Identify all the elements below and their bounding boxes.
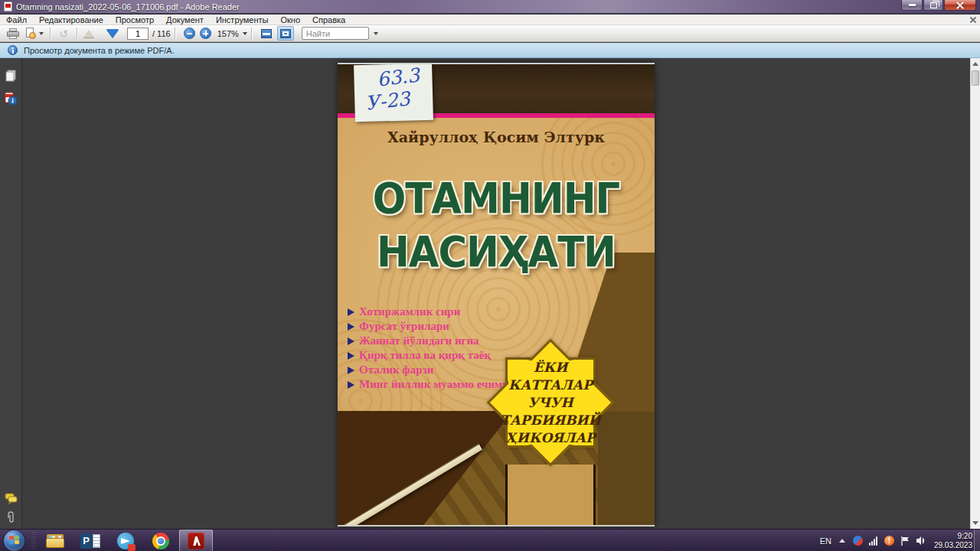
print-button[interactable] bbox=[4, 26, 22, 41]
taskbar-explorer-button[interactable] bbox=[38, 530, 72, 551]
hidden-icons-icon[interactable] bbox=[839, 539, 845, 543]
fit-page-button[interactable] bbox=[277, 26, 294, 41]
fit-width-button[interactable] bbox=[258, 26, 275, 41]
page-count-label: / 116 bbox=[152, 29, 171, 38]
action-center-flag-icon[interactable] bbox=[900, 536, 910, 546]
scroll-up-icon[interactable] bbox=[972, 62, 978, 66]
taskbar-divider bbox=[31, 532, 36, 549]
taskbar: P EN ! bbox=[0, 529, 980, 551]
close-button[interactable] bbox=[944, 0, 976, 11]
badge-line1: ЁКИ bbox=[534, 359, 567, 377]
pdfa-info-bar: Просмотр документа в режиме PDF/A. bbox=[0, 43, 980, 58]
attachments-icon[interactable] bbox=[4, 511, 18, 525]
page-number-input[interactable] bbox=[127, 28, 149, 40]
find-dropdown-icon[interactable] bbox=[374, 32, 378, 35]
window-title: Otamning nasizati_2022-05-06_171006.pdf … bbox=[16, 2, 240, 11]
cover-author: Хайруллоҳ Қосим Элтурк bbox=[338, 129, 655, 145]
toolbar: ↺ / 116 157% Найти bbox=[0, 25, 980, 42]
previous-view-icon: ↺ bbox=[57, 28, 70, 40]
show-desktop-button[interactable] bbox=[974, 530, 980, 551]
network-signal-icon[interactable] bbox=[869, 536, 878, 546]
menu-view[interactable]: Просмотр bbox=[109, 15, 160, 25]
minimize-button[interactable] bbox=[901, 0, 923, 11]
scroll-down-icon[interactable] bbox=[972, 521, 978, 525]
system-tray: EN ! 9:20 29.03.2023 bbox=[820, 530, 972, 551]
triangle-bullet-icon bbox=[348, 308, 354, 316]
scrollbar-thumb[interactable] bbox=[972, 70, 979, 86]
menu-help[interactable]: Справка bbox=[306, 15, 351, 25]
printer-icon bbox=[6, 28, 20, 39]
badge-text: ЁКИ КАТТАЛАР УЧУН ТАРБИЯВИЙ ҲИКОЯЛАР bbox=[485, 332, 616, 473]
page-up-icon bbox=[83, 30, 94, 37]
fit-page-icon bbox=[280, 29, 291, 38]
standards-pdfa-icon[interactable] bbox=[4, 92, 18, 106]
badge-line4: ТАРБИЯВИЙ bbox=[500, 412, 600, 429]
clock-date: 29.03.2023 bbox=[934, 541, 972, 550]
toolbar-separator bbox=[50, 28, 51, 40]
comments-icon[interactable] bbox=[4, 491, 18, 505]
previous-page-button[interactable] bbox=[81, 26, 96, 41]
menu-document[interactable]: Документ bbox=[160, 15, 210, 25]
share-document-button[interactable] bbox=[22, 26, 46, 41]
minimize-icon bbox=[909, 4, 916, 6]
language-indicator[interactable]: EN bbox=[820, 536, 831, 546]
badge-line5: ҲИКОЯЛАР bbox=[505, 429, 596, 447]
find-input[interactable]: Найти bbox=[302, 27, 369, 40]
menubar-close-icon[interactable] bbox=[969, 16, 977, 24]
restore-icon bbox=[930, 2, 937, 8]
list-item: Хотиржамлик сири bbox=[348, 305, 509, 319]
taskbar-adobe-reader-button[interactable] bbox=[179, 530, 213, 551]
telegram-icon bbox=[117, 533, 134, 549]
menu-bar: Файл Редактирование Просмотр Документ Ин… bbox=[0, 15, 980, 25]
pdfa-message: Просмотр документа в режиме PDF/A. bbox=[24, 46, 175, 55]
pdf-app-icon bbox=[4, 2, 12, 11]
zoom-level-value[interactable]: 157% bbox=[217, 29, 239, 38]
close-icon bbox=[956, 2, 964, 9]
badge-line3: УЧУН bbox=[528, 394, 573, 412]
clock[interactable]: 9:20 29.03.2023 bbox=[934, 532, 972, 550]
adobe-reader-icon bbox=[188, 533, 204, 549]
triangle-bullet-icon bbox=[348, 337, 354, 345]
zoom-dropdown-icon[interactable] bbox=[243, 32, 247, 35]
cover-star-badge: ЁКИ КАТТАЛАР УЧУН ТАРБИЯВИЙ ҲИКОЯЛАР bbox=[485, 332, 616, 473]
pages-icon[interactable] bbox=[4, 69, 18, 83]
zoom-in-icon bbox=[205, 31, 207, 36]
zoom-out-button[interactable] bbox=[184, 28, 195, 39]
cover-tan-column bbox=[505, 465, 596, 527]
previous-view-button[interactable]: ↺ bbox=[54, 26, 73, 41]
cover-title: ОТАМНИНГ НАСИҲАТИ bbox=[348, 171, 643, 279]
triangle-bullet-icon bbox=[348, 323, 354, 331]
chevron-down-icon bbox=[39, 32, 44, 35]
document-area: 63.3 У-23 Хайруллоҳ Қосим Элтурк ОТАМНИН… bbox=[0, 58, 980, 529]
menu-tools[interactable]: Инструменты bbox=[210, 15, 275, 25]
share-document-icon bbox=[24, 28, 37, 40]
chrome-icon bbox=[152, 533, 169, 549]
start-button[interactable] bbox=[4, 530, 24, 551]
triangle-bullet-icon bbox=[348, 352, 354, 360]
page-down-icon bbox=[106, 29, 119, 37]
restore-button[interactable] bbox=[923, 0, 943, 11]
clock-time: 9:20 bbox=[934, 532, 972, 541]
call-number-line2: У-23 bbox=[364, 85, 434, 116]
toolbar-separator bbox=[251, 28, 252, 40]
library-call-number-sticker: 63.3 У-23 bbox=[354, 64, 433, 122]
triangle-bullet-icon bbox=[348, 367, 354, 374]
triangle-bullet-icon bbox=[348, 381, 354, 389]
alert-icon[interactable]: ! bbox=[884, 536, 894, 546]
taskbar-chrome-button[interactable] bbox=[144, 530, 178, 551]
taskbar-telegram-button[interactable] bbox=[109, 530, 142, 551]
adobe-reader-window: Otamning nasizati_2022-05-06_171006.pdf … bbox=[0, 0, 980, 551]
menu-window[interactable]: Окно bbox=[274, 15, 306, 25]
info-icon bbox=[8, 45, 18, 55]
title-bar: Otamning nasizati_2022-05-06_171006.pdf … bbox=[0, 0, 980, 14]
menu-edit[interactable]: Редактирование bbox=[33, 15, 109, 25]
toolbar-separator bbox=[175, 28, 175, 40]
menu-file[interactable]: Файл bbox=[0, 15, 33, 25]
volume-icon[interactable] bbox=[916, 536, 926, 546]
next-page-button[interactable] bbox=[96, 26, 121, 41]
tray-app-icon[interactable] bbox=[853, 536, 863, 546]
toolbar-separator bbox=[77, 28, 77, 40]
taskbar-publisher-button[interactable]: P bbox=[74, 530, 107, 551]
zoom-in-button[interactable] bbox=[200, 28, 211, 39]
vertical-scrollbar[interactable] bbox=[970, 58, 980, 529]
